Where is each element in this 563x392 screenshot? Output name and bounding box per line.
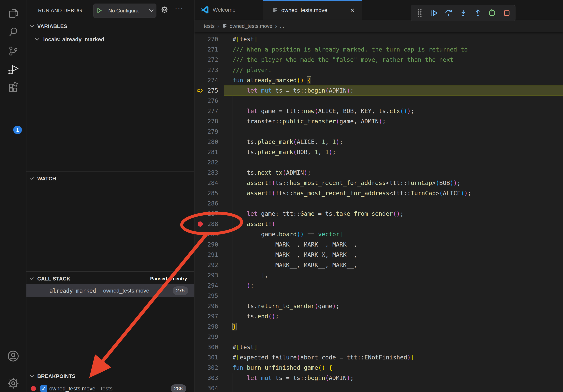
breakpoint-gutter[interactable] xyxy=(196,363,204,373)
code-line[interactable]: 278 transfer::public_transfer(game, ADMI… xyxy=(194,116,563,127)
breakpoint-gutter[interactable] xyxy=(196,127,204,137)
breakpoint-gutter[interactable] xyxy=(196,137,204,147)
breadcrumb-item[interactable]: owned_tests.move xyxy=(230,23,272,29)
breakpoint-gutter[interactable] xyxy=(196,157,204,168)
section-call-stack[interactable]: CALL STACK Paused on entry xyxy=(26,273,194,285)
code-line[interactable]: 285 assert!(!ts::has_most_recent_for_add… xyxy=(194,188,563,198)
breakpoint-gutter[interactable] xyxy=(196,373,204,383)
code-line[interactable]: 274fun already_marked() { xyxy=(194,75,563,85)
breakpoint-gutter[interactable] xyxy=(196,322,204,332)
code-line[interactable]: 284 assert!(ts::has_most_recent_for_addr… xyxy=(194,178,563,188)
code-line[interactable]: 272/// the player who made the "false" m… xyxy=(194,55,563,65)
breakpoint-gutter[interactable] xyxy=(196,178,204,188)
code-line[interactable]: 296 ts.return_to_sender(game); xyxy=(194,301,563,311)
code-line[interactable]: 271/// When a position is already marked… xyxy=(194,44,563,55)
breakpoint-gutter[interactable] xyxy=(196,198,204,209)
code-line[interactable]: 288 assert!( xyxy=(194,219,563,229)
toolbar-drag-handle[interactable] xyxy=(415,8,424,19)
code-line[interactable]: 292 MARK__, MARK__, MARK__, xyxy=(194,260,563,270)
call-stack-frame-row[interactable]: already_marked owned_tests.move 275 xyxy=(26,284,194,297)
code-line[interactable]: 298} xyxy=(194,322,563,332)
breakpoint-dot-icon[interactable] xyxy=(196,219,204,229)
code-line[interactable]: 273/// player. xyxy=(194,65,563,75)
breakpoint-gutter[interactable] xyxy=(196,291,204,301)
code-line[interactable]: 303 let mut ts = ts::begin(ADMIN); xyxy=(194,373,563,383)
code-line[interactable]: 275 let mut ts = ts::begin(ADMIN); xyxy=(194,85,563,96)
code-line[interactable]: 293 ], xyxy=(194,270,563,280)
breakpoint-gutter[interactable] xyxy=(196,188,204,198)
breakpoint-gutter[interactable] xyxy=(196,44,204,55)
code-line[interactable]: 270#[test] xyxy=(194,34,563,44)
code-line[interactable]: 282 xyxy=(194,157,563,168)
code-line[interactable]: 283 ts.next_tx(ADMIN); xyxy=(194,168,563,178)
account-icon[interactable] xyxy=(0,347,26,366)
code-line[interactable]: 295 xyxy=(194,291,563,301)
breakpoint-gutter[interactable] xyxy=(196,280,204,291)
breakpoint-gutter[interactable] xyxy=(196,239,204,250)
code-line[interactable]: 297 ts.end(); xyxy=(194,311,563,322)
breakpoint-gutter[interactable] xyxy=(196,383,204,392)
code-line[interactable]: 281 ts.place_mark(BOB, 1, 1); xyxy=(194,147,563,157)
close-icon[interactable]: ✕ xyxy=(350,7,355,14)
code-line[interactable]: 301#[expected_failure(abort_code = ttt::… xyxy=(194,352,563,363)
run-and-debug-icon[interactable]: 1 xyxy=(0,60,26,79)
breakpoint-gutter[interactable] xyxy=(196,168,204,178)
breakpoint-gutter[interactable] xyxy=(196,65,204,75)
debug-settings-gear-icon[interactable] xyxy=(160,6,169,14)
breakpoint-gutter[interactable] xyxy=(196,342,204,352)
breadcrumb-item[interactable]: ... xyxy=(280,23,284,29)
more-actions-icon[interactable]: ··· xyxy=(175,4,183,13)
source-control-icon[interactable] xyxy=(0,41,26,60)
code-line[interactable]: 276 xyxy=(194,96,563,106)
code-line[interactable]: 294 ); xyxy=(194,280,563,291)
breadcrumb-item[interactable]: tests xyxy=(204,23,215,29)
step-into-icon[interactable] xyxy=(459,8,468,19)
breakpoint-gutter[interactable] xyxy=(196,229,204,239)
breakpoint-gutter[interactable] xyxy=(196,250,204,260)
breakpoint-gutter[interactable] xyxy=(196,209,204,219)
section-breakpoints[interactable]: BREAKPOINTS xyxy=(26,370,194,382)
breakpoint-gutter[interactable] xyxy=(196,34,204,44)
code-line[interactable]: 280 ts.place_mark(ALICE, 1, 1); xyxy=(194,137,563,147)
section-variables[interactable]: VARIABLES xyxy=(26,20,194,32)
tab-owned-tests[interactable]: owned_tests.move ✕ xyxy=(263,0,362,20)
breakpoint-checkbox[interactable]: ✓ xyxy=(40,385,47,392)
breakpoint-gutter[interactable] xyxy=(196,311,204,322)
extensions-icon[interactable] xyxy=(0,78,26,97)
section-watch[interactable]: WATCH xyxy=(26,173,194,184)
code-line[interactable]: 290 MARK__, MARK__, MARK__, xyxy=(194,239,563,250)
breakpoint-gutter[interactable] xyxy=(196,106,204,116)
variables-scope-row[interactable]: locals: already_marked xyxy=(26,33,194,46)
launch-config-dropdown[interactable]: No Configura xyxy=(93,3,156,18)
code-line[interactable]: 300#[test] xyxy=(194,342,563,352)
breakpoint-gutter[interactable] xyxy=(196,270,204,280)
debug-current-line-arrow-icon[interactable] xyxy=(196,85,204,96)
code-line[interactable]: 291 MARK__, MARK_X, MARK__, xyxy=(194,250,563,260)
code-line[interactable]: 277 let game = ttt::new(ALICE, BOB, KEY,… xyxy=(194,106,563,116)
breakpoint-row[interactable]: ✓ owned_tests.move tests 288 xyxy=(26,382,194,392)
search-icon[interactable] xyxy=(0,23,26,41)
step-out-icon[interactable] xyxy=(473,8,482,19)
code-line[interactable]: 287 let game: ttt::Game = ts.take_from_s… xyxy=(194,209,563,219)
continue-icon[interactable] xyxy=(430,8,438,19)
breakpoint-gutter[interactable] xyxy=(196,116,204,127)
breakpoint-gutter[interactable] xyxy=(196,55,204,65)
tab-welcome[interactable]: Welcome xyxy=(194,0,263,20)
breakpoint-gutter[interactable] xyxy=(196,332,204,342)
breakpoint-gutter[interactable] xyxy=(196,147,204,157)
stop-icon[interactable] xyxy=(502,8,511,19)
code-line[interactable]: 299 xyxy=(194,332,563,342)
code-line[interactable]: 302fun burn_unfinished_game() { xyxy=(194,363,563,373)
breakpoint-gutter[interactable] xyxy=(196,96,204,106)
breakpoint-gutter[interactable] xyxy=(196,260,204,270)
code-line[interactable]: 289 game.board() == vector[ xyxy=(194,229,563,239)
breakpoint-gutter[interactable] xyxy=(196,352,204,363)
explorer-icon[interactable] xyxy=(0,4,26,23)
breakpoint-gutter[interactable] xyxy=(196,75,204,85)
code-line[interactable]: 279 xyxy=(194,127,563,137)
code-line[interactable]: 286 xyxy=(194,198,563,209)
settings-gear-icon[interactable] xyxy=(0,374,26,392)
step-over-icon[interactable] xyxy=(444,8,453,19)
code-line[interactable]: 304 xyxy=(194,383,563,392)
restart-icon[interactable] xyxy=(488,8,497,19)
